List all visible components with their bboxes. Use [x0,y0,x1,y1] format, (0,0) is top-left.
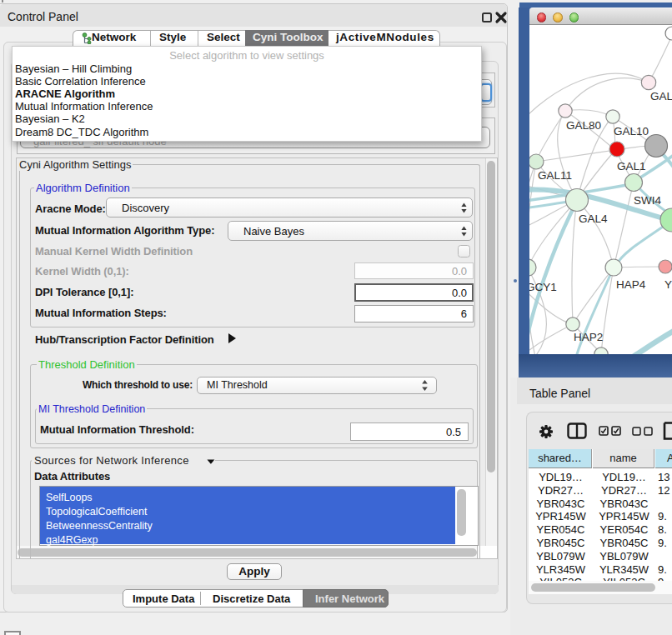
svg-text:GAL11: GAL11 [538,169,572,182]
svg-text:Y: Y [664,278,672,291]
svg-text:GCY1: GCY1 [529,281,557,293]
svg-text:GAL1: GAL1 [617,160,646,172]
svg-text:HAP2: HAP2 [574,331,603,343]
svg-text:SWI4: SWI4 [634,194,661,207]
svg-text:GAL80: GAL80 [566,119,601,132]
svg-text:HAP4: HAP4 [616,278,646,291]
svg-text:GAL4: GAL4 [579,212,608,225]
svg-text:GAL10: GAL10 [614,125,649,138]
svg-text:GAL: GAL [650,90,672,102]
